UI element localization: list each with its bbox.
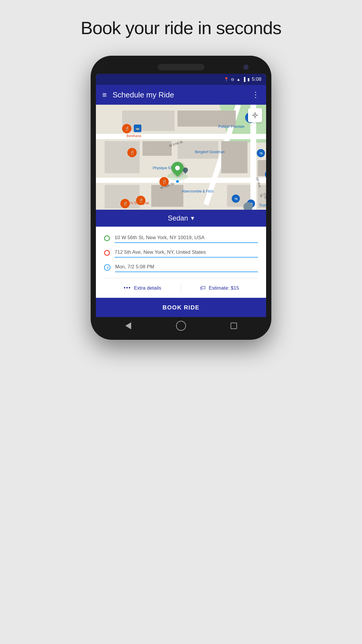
status-bar: 📍 ⊖ ▲ ▐ ▮ 5:08 xyxy=(96,74,266,85)
wifi-status-icon: ▲ xyxy=(236,77,240,82)
phone-shell: 📍 ⊖ ▲ ▐ ▮ 5:08 ≡ Schedule my Ride ⋮ xyxy=(91,56,271,340)
map-label-bergdorf: Bergdorf Goodman xyxy=(195,150,225,154)
page-container: Book your ride in seconds 📍 ⊖ ▲ ▐ xyxy=(0,18,362,340)
actions-bar: ••• Extra details 🏷 Estimate: $15 xyxy=(104,278,258,298)
back-icon xyxy=(125,322,131,329)
food-pin-5: 🍴 xyxy=(136,196,145,205)
map-label-abercrombie: Abercrombie & Fitch xyxy=(182,189,214,193)
form-area: ••• Extra details 🏷 Estimate: $15 xyxy=(96,227,266,298)
destination-pin xyxy=(167,162,188,183)
building-4 xyxy=(143,141,172,156)
pin-blue-dot xyxy=(175,179,180,183)
nav-home-button[interactable] xyxy=(175,319,187,332)
camera xyxy=(243,64,249,70)
recents-icon xyxy=(231,323,237,329)
nav-bar xyxy=(96,317,266,335)
speaker xyxy=(158,64,204,70)
screen: 📍 ⊖ ▲ ▐ ▮ 5:08 ≡ Schedule my Ride ⋮ xyxy=(96,74,266,335)
phone-top xyxy=(96,64,266,70)
vehicle-selector-bar[interactable]: Sedan ▾ xyxy=(96,210,266,227)
book-ride-button[interactable]: BOOK RIDE xyxy=(96,298,266,317)
extra-details-dots-icon: ••• xyxy=(124,285,131,291)
estimate-button[interactable]: 🏷 Estimate: $15 xyxy=(181,285,258,291)
app-title: Schedule my Ride xyxy=(113,90,252,99)
hamburger-icon[interactable]: ≡ xyxy=(102,90,107,99)
road-57th xyxy=(96,134,266,139)
map-area: Pulitzer Fountain Bergdorf Goodman Benih… xyxy=(96,105,266,210)
food-pin-2: 🍴 xyxy=(127,148,137,157)
dropoff-row xyxy=(104,248,258,258)
home-icon xyxy=(176,321,186,331)
tag-icon: 🏷 xyxy=(200,285,206,291)
location-status-icon: 📍 xyxy=(224,77,229,82)
food-pin-1: 🍴 xyxy=(122,124,131,133)
pin-green-inner xyxy=(175,166,180,170)
dropoff-dot-icon xyxy=(104,250,110,256)
vehicle-chevron-icon: ▾ xyxy=(191,214,194,222)
estimate-label: Estimate: $15 xyxy=(209,285,239,291)
food-pin-4: 🍴 xyxy=(120,199,130,208)
extra-details-button[interactable]: ••• Extra details xyxy=(104,285,181,291)
nav-back-button[interactable] xyxy=(122,319,135,332)
datetime-row xyxy=(104,263,258,272)
building-8 xyxy=(151,185,183,207)
status-icons: 📍 ⊖ ▲ ▐ ▮ 5:08 xyxy=(224,76,261,82)
transit-pin: 🚌 xyxy=(134,125,141,132)
extra-details-label: Extra details xyxy=(134,285,161,291)
clock-hand-minute xyxy=(107,267,108,269)
status-time: 5:08 xyxy=(252,76,261,82)
battery-status-icon: ▮ xyxy=(247,77,250,82)
shop-pin-1: 🛍 xyxy=(232,195,240,203)
clock-icon xyxy=(104,264,110,271)
datetime-input[interactable] xyxy=(115,263,258,272)
pickup-dot-icon xyxy=(104,235,110,241)
page-headline: Book your ride in seconds xyxy=(81,18,281,38)
dropoff-input[interactable] xyxy=(115,248,258,258)
building-6 xyxy=(221,141,247,173)
app-bar: ≡ Schedule my Ride ⋮ xyxy=(96,85,266,105)
shop-pin-bergdorf: 🛍 xyxy=(257,149,265,157)
building-3 xyxy=(105,141,140,173)
signal-status-icon: ▐ xyxy=(242,77,245,82)
map-label-trump: Trump xyxy=(259,203,266,207)
map-label-benihana: Benihana xyxy=(126,134,141,138)
route-inputs xyxy=(104,234,258,258)
svg-point-0 xyxy=(254,114,256,116)
building-2 xyxy=(178,111,236,127)
more-icon[interactable]: ⋮ xyxy=(252,90,260,99)
vehicle-type-label: Sedan xyxy=(168,214,188,222)
dnd-status-icon: ⊖ xyxy=(231,77,234,82)
nav-recents-button[interactable] xyxy=(227,319,240,332)
pickup-row xyxy=(104,234,258,243)
map-label-pulitzer: Pulitzer Fountain xyxy=(218,125,245,129)
gps-button[interactable] xyxy=(248,108,262,122)
pickup-input[interactable] xyxy=(115,234,258,243)
